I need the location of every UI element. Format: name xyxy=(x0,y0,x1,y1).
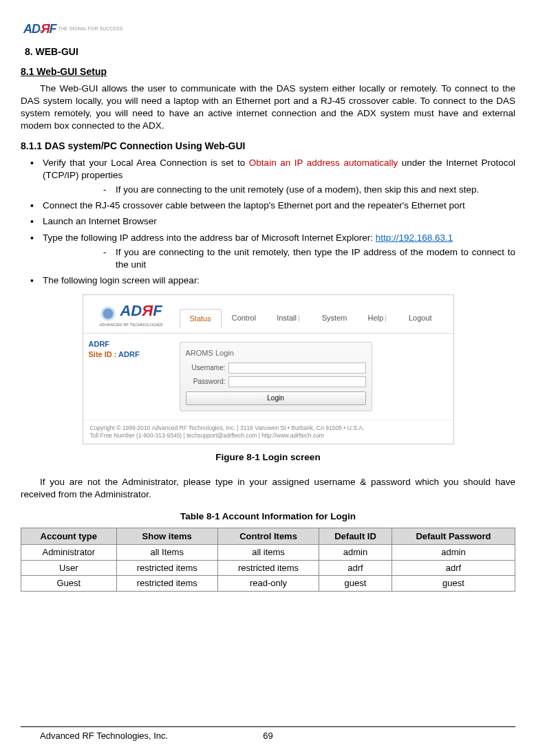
table-row: Administratorall Itemsall itemsadminadmi… xyxy=(21,545,515,561)
tab-help[interactable]: Help| xyxy=(357,308,398,327)
bullet-2: Connect the RJ-45 crossover cable betwee… xyxy=(21,199,515,212)
sub-bullet-1: If you are connecting to the unit remote… xyxy=(103,184,515,196)
header-logo: AD≈ЯF THE SIGNAL FOR SUCCESS xyxy=(23,21,515,37)
bullet-5: The following login screen will appear: xyxy=(21,274,515,287)
bullet-4: Type the following IP address into the a… xyxy=(21,232,515,272)
footer-page-number: 69 xyxy=(263,730,272,742)
bullet-3: Launch an Internet Browser xyxy=(21,215,515,228)
th-default-id: Default ID xyxy=(319,528,392,545)
figure-caption: Figure 8-1 Login screen xyxy=(21,451,515,464)
instruction-list: Verify that your Local Area Connection i… xyxy=(21,157,515,288)
label-password: Password: xyxy=(186,377,228,387)
heading-2: 8.1 Web-GUI Setup xyxy=(21,65,515,78)
tab-control[interactable]: Control xyxy=(222,308,266,327)
tab-system[interactable]: System xyxy=(312,308,358,327)
page-footer: Advanced RF Technologies, Inc. 69 xyxy=(21,726,515,742)
table-row: Guestrestricted itemsread-onlyguestguest xyxy=(21,576,515,592)
tab-status[interactable]: Status xyxy=(180,309,222,328)
bullet-1: Verify that your Local Area Connection i… xyxy=(21,157,515,197)
table-caption: Table 8-1 Account Information for Login xyxy=(21,510,515,523)
mock-sidebar: ADRF Site ID : ADRF xyxy=(83,334,166,420)
mock-footer: Copyright © 1999-2010 Advanced RF Techno… xyxy=(83,420,453,444)
panel-title: AROMS Login xyxy=(186,348,366,358)
tab-install[interactable]: Install| xyxy=(266,308,312,327)
figure-login-screen: ADЯF ADVANCED RF TECHNOLOGIES Status Con… xyxy=(83,294,454,444)
paragraph-intro: The Web-GUI allows the user to communica… xyxy=(21,83,515,133)
sub-bullet-2: If you are connecting to the unit remote… xyxy=(103,246,515,271)
heading-3: 8.1.1 DAS system/PC Connection Using Web… xyxy=(21,140,515,153)
login-panel: AROMS Login Username: Password: Login xyxy=(180,342,372,411)
account-table: Account type Show items Control Items De… xyxy=(21,528,515,592)
mock-tabs: Status Control Install| System Help| Log… xyxy=(180,300,453,327)
label-username: Username: xyxy=(186,363,228,373)
th-control-items: Control Items xyxy=(217,528,319,545)
highlight-text: Obtain an IP address automatically xyxy=(249,158,398,168)
logo-tagline: THE SIGNAL FOR SUCCESS xyxy=(58,25,123,32)
th-account-type: Account type xyxy=(21,528,117,545)
th-show-items: Show items xyxy=(116,528,217,545)
mock-logo: ADЯF ADVANCED RF TECHNOLOGIES xyxy=(83,295,180,333)
table-row: Userrestricted itemsrestricted itemsadrf… xyxy=(21,560,515,576)
tab-logout[interactable]: Logout xyxy=(398,308,442,327)
heading-1: 8. WEB-GUI xyxy=(25,45,515,58)
footer-company: Advanced RF Technologies, Inc. xyxy=(21,730,263,742)
input-username[interactable] xyxy=(228,363,366,374)
input-password[interactable] xyxy=(228,376,366,387)
th-default-password: Default Password xyxy=(392,528,515,545)
login-button[interactable]: Login xyxy=(186,391,366,405)
paragraph-admin-note: If you are not the Administrator, please… xyxy=(21,476,515,501)
ip-link[interactable]: http://192.168.63.1 xyxy=(376,233,453,243)
